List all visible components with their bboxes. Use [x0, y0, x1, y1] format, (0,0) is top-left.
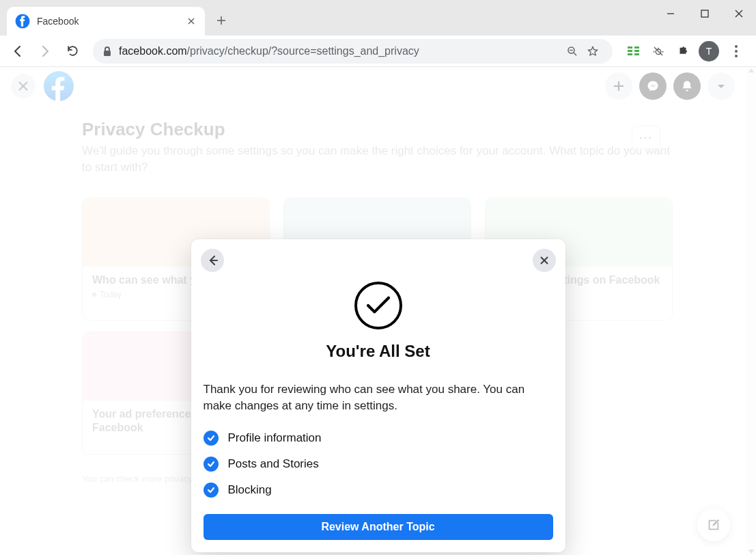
facebook-favicon-icon	[15, 14, 30, 29]
list-item: Profile information	[204, 425, 553, 451]
tab-strip: Facebook	[0, 0, 756, 36]
svg-point-25	[735, 50, 738, 53]
extension-bug-icon[interactable]	[649, 42, 667, 60]
check-circle-icon	[354, 282, 402, 329]
browser-forward-button[interactable]	[33, 39, 57, 64]
svg-rect-13	[628, 46, 632, 49]
browser-menu-button[interactable]	[726, 45, 746, 57]
browser-reload-button[interactable]	[60, 39, 85, 64]
svg-rect-14	[634, 46, 639, 49]
new-tab-button[interactable]	[209, 8, 234, 33]
svg-point-24	[735, 45, 738, 48]
check-icon	[204, 483, 219, 498]
all-set-modal: You're All Set Thank you for reviewing w…	[191, 239, 565, 552]
check-icon	[204, 457, 219, 472]
window-close-button[interactable]	[722, 0, 756, 27]
modal-back-button[interactable]	[201, 249, 224, 272]
svg-rect-15	[628, 50, 632, 52]
window-maximize-button[interactable]	[688, 0, 722, 27]
list-item: Posts and Stories	[204, 451, 553, 477]
modal-title: You're All Set	[326, 342, 430, 361]
svg-rect-16	[634, 50, 639, 52]
browser-toolbar: facebook.com/privacy/checkup/?source=set…	[0, 36, 756, 67]
browser-chrome: Facebook facebook.com/privacy/checkup/?s…	[0, 0, 756, 67]
window-minimize-button[interactable]	[654, 0, 688, 27]
review-another-topic-button[interactable]: Review Another Topic	[204, 514, 553, 540]
svg-rect-17	[628, 53, 632, 55]
svg-rect-1	[701, 10, 708, 17]
svg-point-26	[735, 55, 738, 57]
modal-description: Thank you for reviewing who can see what…	[204, 381, 553, 414]
extension-green-icon[interactable]	[625, 42, 643, 60]
window-controls	[654, 0, 756, 27]
modal-close-button[interactable]	[533, 249, 556, 272]
extension-icons: T	[621, 41, 751, 62]
svg-line-11	[574, 53, 576, 55]
lock-icon	[102, 46, 112, 57]
browser-tab-active[interactable]: Facebook	[7, 7, 205, 36]
browser-back-button[interactable]	[5, 39, 30, 64]
svg-rect-18	[634, 53, 639, 55]
profile-avatar[interactable]: T	[699, 41, 719, 62]
list-item: Blocking	[204, 477, 553, 503]
tab-title: Facebook	[37, 16, 186, 27]
check-icon	[204, 431, 219, 446]
reviewed-items-list: Profile information Posts and Stories Bl…	[204, 425, 553, 503]
tab-close-button[interactable]	[186, 16, 197, 27]
extensions-puzzle-icon[interactable]	[674, 42, 692, 60]
bookmark-star-icon[interactable]	[583, 45, 603, 57]
zoom-icon[interactable]	[562, 45, 583, 57]
svg-rect-9	[104, 51, 111, 56]
address-bar[interactable]: facebook.com/privacy/checkup/?source=set…	[93, 39, 613, 64]
url-text: facebook.com/privacy/checkup/?source=set…	[119, 45, 419, 57]
page-viewport: Privacy Checkup We'll guide you through …	[0, 67, 756, 555]
